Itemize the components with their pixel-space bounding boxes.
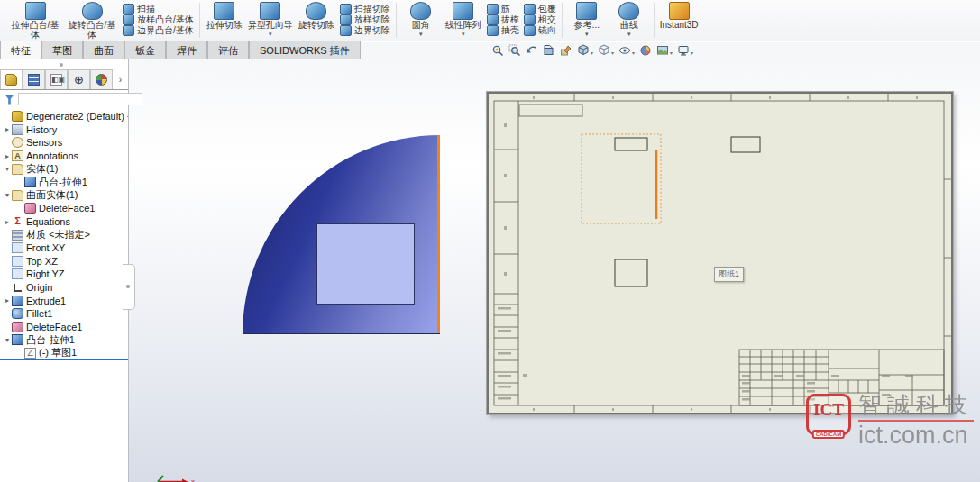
tree-item-deleteface1-feature[interactable]: DeleteFace1 [0, 321, 128, 334]
tab-草图[interactable]: 草图 [41, 41, 83, 59]
boundary-boss-button[interactable]: 边界凸台/基体 [123, 25, 194, 36]
dropdown-caret-icon[interactable]: ▾ [632, 50, 635, 56]
propertymanager-tab[interactable] [23, 69, 45, 89]
selected-edge-highlight[interactable] [437, 135, 440, 333]
tree-item-top-plane[interactable]: Top XZ [0, 255, 128, 268]
model-sketch-face[interactable] [316, 223, 415, 305]
section-view-button[interactable] [542, 43, 556, 61]
boundary-cut-button[interactable]: 边界切除 [340, 25, 390, 36]
revolved-cut-icon [306, 2, 326, 20]
panel-splitter-handle[interactable] [0, 59, 128, 69]
annotation-view-button[interactable] [559, 43, 573, 61]
display-style-button[interactable]: ▾ [597, 43, 615, 61]
tree-item-annotations[interactable]: ▸AAnnotations [0, 150, 128, 163]
dropdown-caret-icon[interactable]: ▾ [585, 32, 589, 37]
zoom-area-button[interactable] [508, 43, 522, 61]
ict-logo: ICT CAD/CAM [806, 394, 851, 435]
tree-item-label: History [26, 124, 57, 135]
configurationmanager-tab[interactable]: ◧▣ [45, 69, 68, 89]
ict-logo-text: ICT [809, 396, 848, 423]
section-view-icon [543, 44, 555, 60]
tree-item-boss-extrude1-feature[interactable]: ▾凸台-拉伸1 [0, 333, 128, 347]
expand-arrow-icon[interactable]: ▸ [3, 125, 12, 133]
extruded-boss-button[interactable]: 拉伸凸台/基体 [9, 2, 61, 40]
tree-item-front-plane[interactable]: Front XY [0, 241, 128, 255]
revolved-boss-button[interactable]: 旋转凸台/基体 [66, 2, 118, 40]
tab-曲面[interactable]: 曲面 [83, 41, 124, 59]
drawing-sheet[interactable]: 图纸1 [487, 92, 953, 414]
tree-item-deleteface1-body[interactable]: DeleteFace1 [0, 202, 128, 215]
dropdown-caret-icon[interactable]: ▾ [670, 50, 673, 56]
tree-item-fillet1[interactable]: Fillet1 [0, 307, 128, 321]
tab-焊件[interactable]: 焊件 [166, 41, 207, 59]
expand-arrow-icon[interactable]: ▸ [3, 218, 12, 226]
mirror-button[interactable]: 镜向 [524, 25, 556, 36]
tree-item-label: 材质 <未指定> [26, 228, 90, 241]
view-orientation-button[interactable]: ▾ [576, 43, 594, 61]
panel-collapse-handle[interactable] [123, 264, 135, 310]
tab-评估[interactable]: 评估 [207, 41, 249, 59]
tree-item-boss-extrude1-body[interactable]: 凸台-拉伸1 [0, 176, 128, 189]
hide-show-items-button[interactable]: ▾ [618, 43, 636, 61]
tree-item-degenerate2-root[interactable]: Degenerate2 (Default) <<De [0, 110, 128, 123]
tree-item-history[interactable]: ▸History [0, 123, 128, 137]
reference-geometry-button[interactable]: 参考...▾ [568, 2, 606, 37]
featuremanager-tab[interactable] [0, 69, 23, 89]
tree-item-origin[interactable]: Origin [0, 281, 128, 295]
zoom-area-icon [508, 44, 521, 60]
dimxpertmanager-tab[interactable]: ⊕ [68, 69, 90, 89]
fillet-button[interactable]: 圆角▾ [402, 2, 440, 37]
sheet-border-graphics [489, 94, 951, 413]
dropdown-caret-icon[interactable]: ▾ [269, 32, 272, 37]
tree-item-sensors[interactable]: Sensors [0, 136, 128, 150]
command-tab-bar: 特征草图曲面钣金焊件评估SOLIDWORKS 插件 [0, 41, 361, 59]
expand-arrow-icon[interactable]: ▾ [3, 336, 12, 344]
tab-钣金[interactable]: 钣金 [124, 41, 166, 59]
zoom-fit-button[interactable] [490, 43, 505, 61]
tree-item-solid-bodies-folder[interactable]: ▾实体(1) [0, 162, 128, 176]
tree-filter-input[interactable] [18, 93, 142, 105]
previous-view-button[interactable] [525, 43, 539, 61]
tree-item-extrude1[interactable]: ▸Extrude1 [0, 294, 128, 307]
hole-wizard-button[interactable]: 异型孔向导▾ [248, 2, 293, 37]
linear-pattern-button[interactable]: 线性阵列▾ [444, 2, 482, 37]
tab-特征[interactable]: 特征 [0, 41, 41, 59]
tree-item-label: Sensors [26, 137, 62, 148]
fillet-icon [12, 308, 23, 319]
dropdown-caret-icon[interactable]: ▾ [691, 50, 693, 56]
panel-overflow-chevron-icon[interactable]: › [113, 69, 128, 89]
extruded-cut-button[interactable]: 拉伸切除 [206, 2, 243, 31]
expand-arrow-icon[interactable]: ▸ [3, 296, 12, 305]
expand-arrow-icon[interactable]: ▾ [3, 165, 12, 173]
dropdown-caret-icon[interactable]: ▾ [419, 32, 423, 37]
model-quarter-body[interactable] [243, 135, 440, 334]
revolved-cut-button[interactable]: 旋转切除 [298, 2, 335, 31]
dropdown-caret-icon[interactable]: ▾ [462, 32, 465, 37]
expand-arrow-icon[interactable]: ▾ [3, 191, 12, 199]
button-label: 拉伸切除 [206, 21, 243, 31]
graphics-area[interactable]: ▾▾▾▾▾ [0, 42, 980, 482]
lofted-cut-icon [340, 14, 352, 25]
edit-appearance-button[interactable] [638, 43, 653, 61]
dropdown-caret-icon[interactable]: ▾ [627, 32, 631, 37]
tree-item-surface-bodies-folder[interactable]: ▾曲面实体(1) [0, 189, 128, 203]
tree-item-right-plane[interactable]: Right YZ [0, 268, 128, 281]
hole-wizard-icon [260, 2, 280, 20]
button-stack: 扫描放样凸台/基体边界凸台/基体 [123, 2, 194, 38]
expand-arrow-icon[interactable]: ▸ [3, 152, 12, 160]
rollback-bar[interactable] [0, 359, 128, 360]
watermark: ICT CAD/CAM 智誠科技 ict.com.cn [806, 394, 974, 448]
view-settings-button[interactable]: ▾ [676, 43, 694, 61]
instant3d-button[interactable]: Instant3D [660, 2, 699, 31]
tab-solidworks-插件[interactable]: SOLIDWORKS 插件 [249, 41, 361, 59]
dropdown-caret-icon[interactable]: ▾ [611, 50, 614, 56]
dropdown-caret-icon[interactable]: ▾ [591, 50, 593, 56]
tree-item-equations[interactable]: ▸ΣEquations [0, 215, 128, 229]
ribbon-group: 参考...▾曲线▾ [563, 0, 654, 41]
tree-item-material[interactable]: 材质 <未指定> [0, 228, 128, 241]
curves-button[interactable]: 曲线▾ [610, 2, 648, 37]
apply-scene-button[interactable]: ▾ [655, 43, 673, 61]
displaymanager-tab[interactable] [90, 69, 113, 89]
shell-button[interactable]: 抽壳 [487, 25, 519, 36]
rib-icon [487, 4, 499, 14]
